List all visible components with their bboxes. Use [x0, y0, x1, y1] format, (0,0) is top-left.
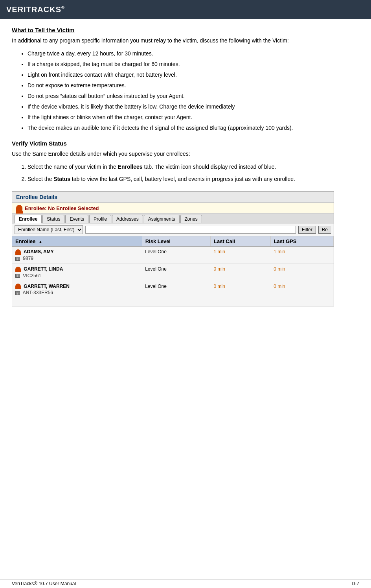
enrollee-details-widget: Enrollee Details Enrollee: No Enrollee S… [12, 191, 334, 306]
person-icon [15, 267, 21, 272]
risk-level: Level One [142, 264, 210, 273]
risk-level: Level One [142, 281, 210, 290]
section-title-verify: Verify Victim Status [12, 140, 359, 147]
widget-title-bar: Enrollee Details [12, 192, 334, 203]
table-row: GARRETT, LINDA Level One 0 min 0 min [12, 264, 334, 273]
filter-button[interactable]: Filter [298, 226, 316, 234]
tabs-row: Enrollee Status Events Profile Addresses… [12, 214, 334, 223]
table-header-row: Enrollee ▲ Risk Level Last Call Last GPS [12, 236, 334, 247]
filter-input[interactable] [85, 226, 296, 234]
enrollee-name: GARRETT, LINDA [12, 264, 142, 273]
tab-events[interactable]: Events [65, 215, 88, 223]
verify-steps-list: Select the name of your victim in the En… [28, 163, 359, 183]
person-icon [15, 284, 21, 289]
table-row: i 9879 [12, 256, 334, 264]
main-content: What to Tell the Victim In additional to… [0, 19, 371, 321]
table-row [12, 298, 334, 306]
col-last-gps: Last GPS [270, 236, 333, 247]
list-item: Do not expose to extreme temperatures. [28, 81, 359, 90]
enrollee-name: GARRETT, WARREN [12, 281, 142, 290]
list-item: The device makes an audible tone if it d… [28, 124, 359, 132]
reset-button[interactable]: Re [318, 226, 331, 234]
list-item: Charge twice a day, every 12 hours, for … [28, 50, 359, 58]
section-intro-verify: Use the Same Enrollee details under whic… [12, 150, 359, 158]
enrollee-table: Enrollee ▲ Risk Level Last Call Last GPS… [12, 236, 334, 306]
list-item: If the device vibrates, it is likely tha… [28, 103, 359, 111]
page-footer: VeriTracks® 10.7 User Manual D-7 [0, 579, 371, 588]
last-call: 0 min [211, 281, 271, 290]
last-gps: 1 min [270, 247, 333, 256]
table-row: GARRETT, WARREN Level One 0 min 0 min [12, 281, 334, 290]
filter-select[interactable]: Enrollee Name (Last, First)Enrollee ID [15, 225, 83, 234]
page-header: VeriTracks® [0, 0, 371, 19]
list-item: Light on front indicates contact with ch… [28, 71, 359, 79]
section-title-victim: What to Tell the Victim [12, 27, 359, 33]
table-row: i ANT-333ER56 [12, 290, 334, 298]
tab-enrollee[interactable]: Enrollee [15, 215, 42, 223]
footer-left: VeriTracks® 10.7 User Manual [12, 581, 76, 586]
table-row: i VIC2561 [12, 273, 334, 281]
device-icon: i [15, 291, 20, 295]
last-call: 0 min [211, 264, 271, 273]
risk-level: Level One [142, 247, 210, 256]
step1-after: tab. The victim icon should display red … [143, 164, 276, 170]
section-intro-victim: In additional to any program specific in… [12, 37, 359, 45]
device-id: i 9879 [12, 256, 142, 264]
device-id: i VIC2561 [12, 273, 142, 281]
tab-status[interactable]: Status [42, 215, 64, 223]
logo: VeriTracks® [6, 5, 65, 14]
col-risk-level: Risk Level [142, 236, 210, 247]
tab-addresses[interactable]: Addresses [112, 215, 143, 223]
person-icon [16, 205, 22, 211]
tab-assignments[interactable]: Assignments [144, 215, 180, 223]
section-what-to-tell-victim: What to Tell the Victim In additional to… [12, 27, 359, 132]
table-row: ADAMS, AMY Level One 1 min 1 min [12, 247, 334, 256]
tab-profile[interactable]: Profile [89, 215, 111, 223]
step1-before: Select the name of your victim in the [28, 164, 118, 170]
device-icon: i [15, 257, 20, 261]
list-item: Select the Status tab to view the last G… [28, 175, 359, 183]
filter-row: Enrollee Name (Last, First)Enrollee ID F… [12, 223, 334, 236]
step2-bold: Status [53, 176, 70, 182]
step1-bold: Enrollees [118, 164, 143, 170]
victim-bullet-list: Charge twice a day, every 12 hours, for … [28, 50, 359, 132]
enrollee-header: Enrollee: No Enrollee Selected [12, 203, 334, 214]
footer-right: D-7 [352, 581, 359, 586]
col-last-call: Last Call [211, 236, 271, 247]
step2-before: Select the [28, 176, 53, 182]
person-icon [15, 249, 21, 255]
enrollee-header-text: Enrollee: No Enrollee Selected [25, 205, 99, 211]
list-item: If a charge is skipped, the tag must be … [28, 60, 359, 68]
enrollee-name: ADAMS, AMY [12, 247, 142, 256]
list-item: Do not press “status call button” unless… [28, 92, 359, 100]
col-enrollee: Enrollee ▲ [12, 236, 142, 247]
section-verify-victim-status: Verify Victim Status Use the Same Enroll… [12, 140, 359, 183]
widget-title: Enrollee Details [16, 194, 57, 200]
sort-arrow-icon: ▲ [39, 240, 42, 244]
list-item: Select the name of your victim in the En… [28, 163, 359, 171]
last-gps: 0 min [270, 264, 333, 273]
tab-zones[interactable]: Zones [180, 215, 202, 223]
device-icon: i [15, 274, 20, 278]
device-id: i ANT-333ER56 [12, 290, 142, 298]
list-item: If the light shines or blinks when off t… [28, 113, 359, 122]
step2-after: tab to view the last GPS, call, battery … [70, 176, 295, 182]
last-gps: 0 min [270, 281, 333, 290]
last-call: 1 min [211, 247, 271, 256]
